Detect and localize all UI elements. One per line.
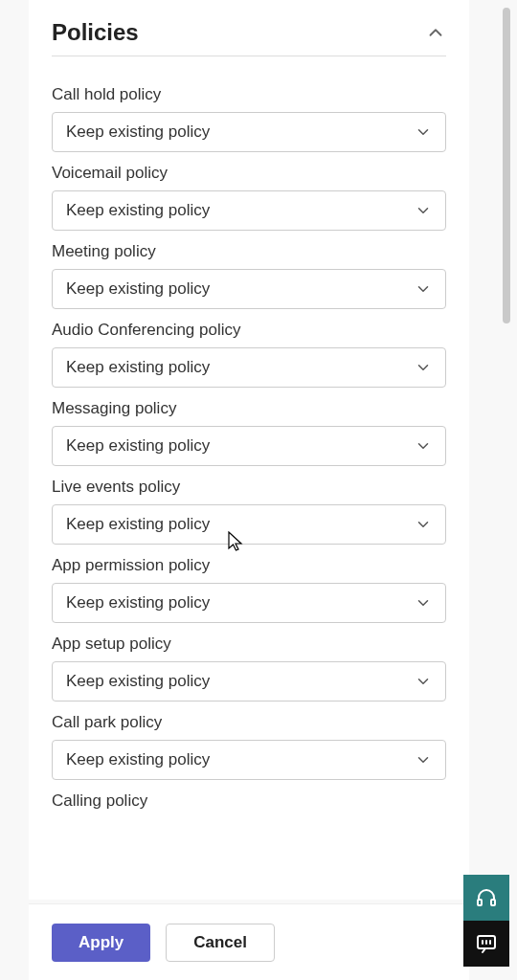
policy-item: Audio Conferencing policyKeep existing p… <box>52 321 446 388</box>
policy-item: Voicemail policyKeep existing policy <box>52 164 446 231</box>
policy-select-value: Keep existing policy <box>66 672 210 691</box>
headset-icon <box>475 886 498 909</box>
policy-item: Messaging policyKeep existing policy <box>52 399 446 466</box>
policy-select-value: Keep existing policy <box>66 593 210 612</box>
policy-select-value: Keep existing policy <box>66 201 210 220</box>
policy-item: App setup policyKeep existing policy <box>52 635 446 702</box>
policy-select[interactable]: Keep existing policy <box>52 112 446 152</box>
policy-label: Meeting policy <box>52 242 446 261</box>
policy-label: App permission policy <box>52 556 446 575</box>
policy-select[interactable]: Keep existing policy <box>52 583 446 623</box>
policies-list: Call hold policyKeep existing policyVoic… <box>52 85 446 811</box>
policy-label: Messaging policy <box>52 399 446 418</box>
policies-panel: Policies Call hold policyKeep existing p… <box>29 0 469 900</box>
policy-item: Meeting policyKeep existing policy <box>52 242 446 309</box>
chevron-down-icon <box>415 594 432 612</box>
chevron-down-icon <box>415 751 432 768</box>
cancel-button[interactable]: Cancel <box>166 924 275 962</box>
policy-label: Calling policy <box>52 791 446 811</box>
chevron-down-icon <box>415 673 432 690</box>
policy-label: Voicemail policy <box>52 164 446 183</box>
policy-select[interactable]: Keep existing policy <box>52 740 446 780</box>
section-header[interactable]: Policies <box>52 19 446 56</box>
policy-select[interactable]: Keep existing policy <box>52 504 446 545</box>
chevron-down-icon <box>415 280 432 298</box>
svg-rect-0 <box>478 900 482 905</box>
apply-button[interactable]: Apply <box>52 924 150 962</box>
policy-select[interactable]: Keep existing policy <box>52 661 446 702</box>
headset-support-button[interactable] <box>463 875 509 921</box>
policy-select-value: Keep existing policy <box>66 515 210 534</box>
chat-icon <box>475 932 498 955</box>
policy-item: Call park policyKeep existing policy <box>52 713 446 780</box>
chevron-down-icon <box>415 359 432 376</box>
scrollbar-thumb[interactable] <box>503 8 510 323</box>
chevron-down-icon <box>415 123 432 141</box>
policy-label: Call hold policy <box>52 85 446 104</box>
policy-select[interactable]: Keep existing policy <box>52 269 446 309</box>
svg-rect-1 <box>491 900 495 905</box>
feedback-button[interactable] <box>463 921 509 967</box>
policy-item: Call hold policyKeep existing policy <box>52 85 446 152</box>
chevron-down-icon <box>415 202 432 219</box>
policy-label: Audio Conferencing policy <box>52 321 446 340</box>
policy-label: Live events policy <box>52 478 446 497</box>
chevron-up-icon[interactable] <box>425 22 446 43</box>
policy-select[interactable]: Keep existing policy <box>52 190 446 231</box>
policy-select-value: Keep existing policy <box>66 358 210 377</box>
chevron-down-icon <box>415 437 432 455</box>
policy-item: Calling policy <box>52 791 446 811</box>
policy-select-value: Keep existing policy <box>66 279 210 299</box>
scrollbar[interactable] <box>502 8 511 869</box>
policy-select-value: Keep existing policy <box>66 436 210 456</box>
policy-item: App permission policyKeep existing polic… <box>52 556 446 623</box>
footer-bar: Apply Cancel <box>29 903 469 980</box>
policy-label: Call park policy <box>52 713 446 732</box>
chevron-down-icon <box>415 516 432 533</box>
policy-select[interactable]: Keep existing policy <box>52 347 446 388</box>
policy-item: Live events policyKeep existing policy <box>52 478 446 545</box>
float-button-stack <box>463 875 509 967</box>
policy-label: App setup policy <box>52 635 446 654</box>
section-title: Policies <box>52 19 139 46</box>
policy-select-value: Keep existing policy <box>66 122 210 142</box>
policy-select-value: Keep existing policy <box>66 750 210 769</box>
policy-select[interactable]: Keep existing policy <box>52 426 446 466</box>
